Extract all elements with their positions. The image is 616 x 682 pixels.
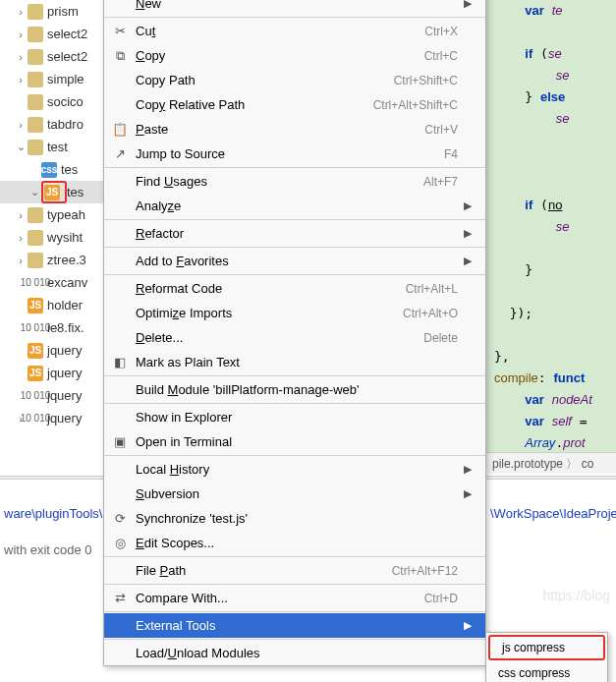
menu-item-label: Reformat Code xyxy=(132,281,406,296)
menu-item-find-usages[interactable]: Find UsagesAlt+F7 xyxy=(104,169,485,194)
context-menu[interactable]: New▶✂CutCtrl+X⧉CopyCtrl+CCopy PathCtrl+S… xyxy=(103,0,486,666)
tree-item-label: typeah xyxy=(47,207,85,222)
chevron-icon[interactable]: › xyxy=(14,119,28,131)
submenu-item-css-compress[interactable]: css compress xyxy=(486,662,607,682)
chevron-icon[interactable]: ⌄ xyxy=(28,186,41,199)
submenu-item-label: css compress xyxy=(494,666,599,680)
code-editor[interactable]: var te if (se se } else se if (no se } }… xyxy=(486,0,616,472)
tree-item-jquery[interactable]: ›10 010jquery xyxy=(0,407,103,429)
menu-item-label: Build Module 'billPlatform-manage-web' xyxy=(132,382,458,397)
menu-item-label: Refactor xyxy=(132,226,458,241)
tree-item-test[interactable]: ⌄test xyxy=(0,136,103,158)
menu-item-add-to-favorites[interactable]: Add to Favorites▶ xyxy=(104,249,485,273)
chevron-icon[interactable]: › xyxy=(14,51,28,63)
tree-item-jquery[interactable]: 10 010jquery xyxy=(0,384,103,407)
menu-separator xyxy=(104,455,485,456)
tree-item-label: excanv xyxy=(47,275,87,290)
tree-item-ie8.fix.[interactable]: 10 010ie8.fix. xyxy=(0,316,103,339)
menu-item-shortcut: F4 xyxy=(444,147,458,161)
css-icon: css xyxy=(41,162,57,178)
tree-item-wysiht[interactable]: ›wysiht xyxy=(0,226,103,249)
menu-item-open-in-terminal[interactable]: ▣Open in Terminal xyxy=(104,429,485,454)
menu-item-icon: ✂ xyxy=(108,24,132,38)
chevron-icon[interactable]: › xyxy=(14,74,28,85)
menu-item-copy-path[interactable]: Copy PathCtrl+Shift+C xyxy=(104,68,485,92)
tree-item-jquery[interactable]: JSjquery xyxy=(0,339,103,362)
tree-item-prism[interactable]: ›prism xyxy=(0,0,103,23)
submenu-item-js-compress[interactable]: js compress xyxy=(490,637,603,658)
tree-item-jquery[interactable]: JSjquery xyxy=(0,362,103,384)
menu-item-copy[interactable]: ⧉CopyCtrl+C xyxy=(104,43,485,68)
menu-item-file-path[interactable]: File PathCtrl+Alt+F12 xyxy=(104,558,485,583)
breadcrumb[interactable]: pile.prototype 〉 co xyxy=(486,452,616,474)
menu-item-edit-scopes[interactable]: ◎Edit Scopes... xyxy=(104,531,485,555)
menu-item-compare-with[interactable]: ⇄Compare With...Ctrl+D xyxy=(104,586,485,610)
tree-item-label: holder xyxy=(47,298,83,313)
tree-item-excanv[interactable]: 10 010excanv xyxy=(0,271,103,294)
tree-item-tes[interactable]: ⌄JStes xyxy=(0,181,103,203)
chevron-icon[interactable]: › xyxy=(14,209,28,221)
menu-item-synchronize-test-js[interactable]: ⟳Synchronize 'test.js' xyxy=(104,506,485,531)
folder-icon xyxy=(28,27,43,42)
menu-item-build-module-billplatform-manage-web[interactable]: Build Module 'billPlatform-manage-web' xyxy=(104,377,485,402)
menu-item-icon: ⟳ xyxy=(108,511,132,526)
menu-item-shortcut: Alt+F7 xyxy=(423,175,458,189)
menu-item-analyze[interactable]: Analyze▶ xyxy=(104,194,485,218)
tree-item-label: simple xyxy=(47,72,84,86)
menu-item-shortcut: Ctrl+D xyxy=(424,592,458,605)
menu-item-label: Delete... xyxy=(132,330,423,345)
chevron-icon[interactable]: › xyxy=(14,255,28,266)
tree-item-select2[interactable]: ›select2 xyxy=(0,23,103,45)
js-icon: JS xyxy=(44,185,60,200)
tree-item-tes[interactable]: csstes xyxy=(0,158,103,181)
menu-item-label: Edit Scopes... xyxy=(132,536,458,550)
menu-item-reformat-code[interactable]: Reformat CodeCtrl+Alt+L xyxy=(104,276,485,301)
chevron-icon[interactable]: ⌄ xyxy=(14,141,28,153)
menu-item-delete[interactable]: Delete...Delete xyxy=(104,325,485,350)
tree-item-label: wysiht xyxy=(47,230,83,245)
menu-item-paste[interactable]: 📋PasteCtrl+V xyxy=(104,117,485,142)
menu-item-subversion[interactable]: Subversion▶ xyxy=(104,482,485,506)
menu-item-refactor[interactable]: Refactor▶ xyxy=(104,221,485,246)
chevron-icon[interactable]: › xyxy=(14,232,28,244)
tree-item-ztree.3[interactable]: ›ztree.3 xyxy=(0,249,103,271)
menu-item-icon: ▣ xyxy=(108,434,132,449)
menu-item-jump-to-source[interactable]: ↗Jump to SourceF4 xyxy=(104,142,485,166)
submenu-arrow-icon: ▶ xyxy=(458,0,472,10)
project-tree[interactable]: ›prism›select2›select2›simplesocico›tabd… xyxy=(0,0,103,429)
menu-item-label: Add to Favorites xyxy=(132,254,458,268)
bin-icon: 10 010 xyxy=(28,388,43,404)
tree-item-typeah[interactable]: ›typeah xyxy=(0,203,103,226)
menu-item-label: Find Usages xyxy=(132,174,423,189)
menu-item-copy-relative-path[interactable]: Copy Relative PathCtrl+Alt+Shift+C xyxy=(104,92,485,117)
menu-item-label: Cut xyxy=(132,24,424,38)
chevron-icon[interactable]: › xyxy=(14,6,28,18)
menu-item-new[interactable]: New▶ xyxy=(104,0,485,16)
menu-item-mark-as-plain-text[interactable]: ◧Mark as Plain Text xyxy=(104,350,485,374)
tree-item-simple[interactable]: ›simple xyxy=(0,68,103,90)
tree-item-label: tabdro xyxy=(47,117,84,132)
menu-item-optimize-imports[interactable]: Optimize ImportsCtrl+Alt+O xyxy=(104,301,485,325)
folder-icon xyxy=(28,49,43,65)
menu-item-load-unload-modules[interactable]: Load/Unload Modules xyxy=(104,641,485,665)
menu-item-show-in-explorer[interactable]: Show in Explorer xyxy=(104,405,485,429)
menu-item-local-history[interactable]: Local History▶ xyxy=(104,457,485,482)
menu-item-label: Show in Explorer xyxy=(132,410,458,425)
submenu-arrow-icon: ▶ xyxy=(458,199,472,212)
external-tools-submenu[interactable]: js compresscss compress xyxy=(485,632,608,682)
tree-item-label: jquery xyxy=(47,366,82,380)
chevron-icon[interactable]: › xyxy=(14,28,28,40)
menu-item-label: File Path xyxy=(132,563,392,578)
tree-item-tabdro[interactable]: ›tabdro xyxy=(0,113,103,136)
menu-item-icon: ◧ xyxy=(108,355,132,369)
tree-item-socico[interactable]: socico xyxy=(0,90,103,113)
tree-item-select2[interactable]: ›select2 xyxy=(0,45,103,68)
console-right: \WorkSpace\IdeaProjec xyxy=(486,501,616,528)
tree-item-holder[interactable]: JSholder xyxy=(0,294,103,316)
folder-icon xyxy=(28,140,43,155)
submenu-arrow-icon: ▶ xyxy=(458,463,472,476)
menu-item-cut[interactable]: ✂CutCtrl+X xyxy=(104,19,485,43)
tree-item-label: tes xyxy=(61,162,78,177)
tree-item-label: test xyxy=(47,140,68,154)
menu-item-external-tools[interactable]: External Tools▶ xyxy=(104,613,485,638)
